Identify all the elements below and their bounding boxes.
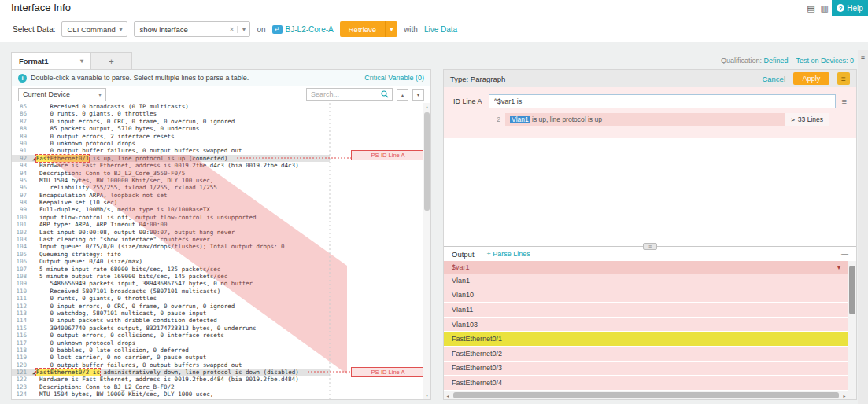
line-text: 5 minute input rate 68000 bits/sec, 125 … [32,266,220,273]
code-line[interactable]: 90 0 unknown protocol drops [12,140,430,147]
strip-menu-icon[interactable]: ≡ [858,50,868,64]
parse-lines-link[interactable]: + Parse Lines [487,250,530,258]
code-line[interactable]: 102 Last input 00:00:08, output 00:00:07… [12,229,430,236]
code-line[interactable]: 94 Description: Conn to BJ_L2_Core_3550-… [12,170,430,177]
retrieve-button[interactable]: Retrieve ▾ [340,21,397,37]
scroll-right-icon[interactable]: ▸ [840,393,848,398]
code-line[interactable]: 97 Encapsulation ARPA, loopback not set [12,192,430,199]
line-number: 85 [12,103,32,110]
output-row[interactable]: Vlan1 [444,274,848,288]
code-line[interactable]: 123 Description: Conn to BJ_L2_Core_B-F0… [12,384,430,391]
code-line[interactable]: 103 Last clearing of "show interface" co… [12,236,430,243]
code-line[interactable]: 95 MTU 1504 bytes, BW 100000 Kbit/sec, D… [12,177,430,184]
code-line[interactable]: 101 ARP type: ARPA, ARP Timeout 04:00:00 [12,221,430,228]
line-number: 112 [12,303,32,310]
output-row[interactable]: Vlan10 [444,288,848,303]
output-row[interactable]: Vlan11 [444,303,848,318]
code-line[interactable]: 118 0 babbles, 0 late collision, 0 defer… [12,347,430,354]
data-source-select[interactable]: CLI Command ▾ [61,21,127,37]
ps-id-line-a-tag[interactable]: PS-ID Line A [351,367,425,377]
code-line[interactable]: 114 0 input packets with dribble conditi… [12,317,430,324]
output-row[interactable]: Vlan103 [444,318,848,332]
output-horizontal-scrollbar[interactable]: ◂ ▸ [444,391,848,399]
qualification-value[interactable]: Defined [763,57,788,64]
matched-variable[interactable]: Vlan1 [510,116,530,123]
scroll-up-icon[interactable]: ▴ [423,103,430,111]
tab-format1[interactable]: Format1 ▾ [11,52,91,69]
cancel-button[interactable]: Cancel [762,75,785,83]
output-row[interactable]: FastEthernet0/3 [444,362,848,376]
code-line[interactable]: 105 Queueing strategy: fifo [12,251,430,258]
output-column-header[interactable]: $var1 ▾ [444,261,848,274]
code-line[interactable]: 110 Received 5807101 broadcasts (5807101… [12,288,430,295]
scroll-down-icon[interactable]: ▾ [423,391,430,399]
save-icon[interactable]: ▤ [807,3,814,13]
device-filter-select[interactable]: Current Device ▾ [18,88,106,101]
line-number: 91 [12,147,32,154]
code-line[interactable]: 112 0 input errors, 0 CRC, 0 frame, 0 ov… [12,303,430,310]
id-line-row: ID Line A ≡ [453,94,847,108]
command-input[interactable] [135,23,226,36]
layout-icon[interactable]: ▥ [821,3,829,13]
match-lines-button[interactable]: > 33 Lines [785,113,829,126]
code-line[interactable]: 106 Output queue: 0/40 (size/max) [12,258,430,265]
ps-id-line-a-tag[interactable]: PS-ID Line A [351,150,425,160]
code-line[interactable]: 124 MTU 1504 bytes, BW 10000 Kbit/sec, D… [12,391,430,398]
code-line[interactable]: 117 0 unknown protocol drops [12,340,430,347]
line-text: Full-duplex, 100Mb/s, media type is 10/1… [32,206,210,213]
panel-menu-icon[interactable]: ≡ [837,72,850,85]
line-number: 115 [12,325,32,332]
scrollbar-thumb[interactable] [453,392,839,398]
code-scrollbar[interactable]: ▴ ▾ [423,103,430,399]
live-data-link[interactable]: Live Data [424,25,457,34]
id-line-input[interactable] [489,94,836,108]
apply-button[interactable]: Apply [793,72,829,85]
code-line[interactable]: 98 Keepalive set (10 sec) [12,199,430,206]
code-line[interactable]: 87 0 input errors, 0 CRC, 0 frame, 0 ove… [12,118,430,125]
code-line[interactable]: 85 Received 0 broadcasts (0 IP multicast… [12,103,430,110]
scrollbar-thumb[interactable] [849,266,855,314]
chevron-down-icon[interactable]: ▾ [80,57,83,64]
output-row[interactable]: FastEthernet0/2 [444,347,848,362]
code-line[interactable]: 108 5 minute output rate 169000 bits/sec… [12,273,430,280]
code-line[interactable]: 111 0 runts, 0 giants, 0 throttles [12,295,430,302]
resize-grip[interactable]: ≡ [643,243,657,250]
chevron-down-icon[interactable]: ▾ [837,264,840,271]
code-line[interactable]: 93 Hardware is Fast Ethernet, address is… [12,162,430,169]
code-line[interactable]: 86 0 runts, 0 giants, 0 throttles [12,110,430,117]
search-prev-button[interactable]: ▴ [397,89,408,101]
search-input[interactable] [311,90,381,98]
chevron-down-icon[interactable]: ▾ [237,26,249,33]
device-link[interactable]: BJ-L2-Core-A [286,25,334,34]
search-next-button[interactable]: ▾ [412,89,424,101]
output-vertical-scrollbar[interactable] [848,261,856,391]
scrollbar-thumb[interactable] [424,112,430,211]
output-row[interactable]: FastEthernet0/4 [444,376,848,391]
id-line-menu-icon[interactable]: ≡ [842,97,847,106]
clear-icon[interactable]: × [226,24,237,34]
critical-variable-link[interactable]: Critical Variable (0) [364,74,424,82]
scroll-left-icon[interactable]: ◂ [444,393,452,398]
matched-variable[interactable]: FastEthernet0/2 is [36,369,100,376]
code-line[interactable]: 107 5 minute input rate 68000 bits/sec, … [12,266,430,273]
code-line[interactable]: 89 0 output errors, 2 interface resets [12,133,430,140]
chevron-down-icon[interactable]: ▾ [385,21,397,37]
code-line[interactable]: 109 5486656949 packets input, 3894368675… [12,280,430,287]
help-button[interactable]: ? Help [832,0,868,16]
code-line[interactable]: 113 0 watchdog, 5807101 multicast, 0 pau… [12,310,430,317]
code-line[interactable]: 116 0 output errors, 0 collisions, 0 int… [12,332,430,339]
code-line[interactable]: 100 input flow-control is off, output fl… [12,214,430,221]
add-tab-button[interactable]: + [91,52,132,69]
code-line[interactable]: 104 Input queue: 0/75/0/0 (size/max/drop… [12,243,430,250]
code-line[interactable]: 88 85 packets output, 5710 bytes, 0 unde… [12,125,430,132]
match-preview[interactable]: Vlan1 is up, line protocol is up > 33 Li… [505,113,829,126]
test-on-devices-link[interactable]: Test on Devices: 0 [796,57,854,64]
output-row[interactable]: FastEthernet0/1 [444,332,848,347]
search-icon[interactable] [381,87,389,101]
matched-variable[interactable]: FastEthernet0/1 [36,155,90,162]
code-line[interactable]: 96 reliability 255/255, txload 1/255, rx… [12,184,430,191]
code-line[interactable]: 99 Full-duplex, 100Mb/s, media type is 1… [12,206,430,213]
collapse-icon[interactable]: — [841,250,848,258]
code-line[interactable]: 115 3940067740 packets output, 832174723… [12,325,430,332]
code-line[interactable]: 119 0 lost carrier, 0 no carrier, 0 paus… [12,354,430,361]
